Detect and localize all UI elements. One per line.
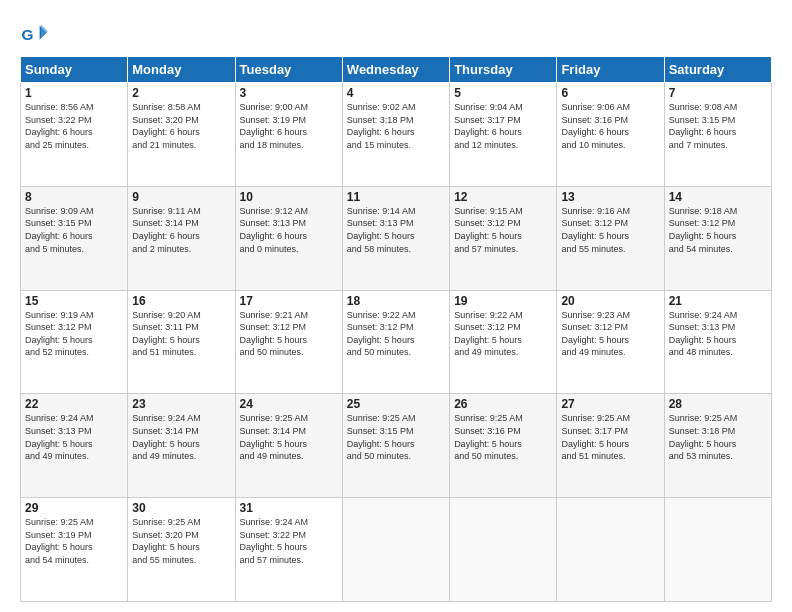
- day-number: 20: [561, 294, 659, 308]
- day-info: Sunrise: 9:25 AM Sunset: 3:14 PM Dayligh…: [240, 412, 338, 462]
- calendar-day-cell: 21Sunrise: 9:24 AM Sunset: 3:13 PM Dayli…: [664, 290, 771, 394]
- weekday-header: Friday: [557, 57, 664, 83]
- day-info: Sunrise: 9:24 AM Sunset: 3:13 PM Dayligh…: [25, 412, 123, 462]
- calendar-day-cell: 8Sunrise: 9:09 AM Sunset: 3:15 PM Daylig…: [21, 186, 128, 290]
- calendar-day-cell: 13Sunrise: 9:16 AM Sunset: 3:12 PM Dayli…: [557, 186, 664, 290]
- calendar-day-cell: 15Sunrise: 9:19 AM Sunset: 3:12 PM Dayli…: [21, 290, 128, 394]
- day-info: Sunrise: 9:20 AM Sunset: 3:11 PM Dayligh…: [132, 309, 230, 359]
- day-info: Sunrise: 9:25 AM Sunset: 3:15 PM Dayligh…: [347, 412, 445, 462]
- calendar-day-cell: [342, 498, 449, 602]
- day-number: 17: [240, 294, 338, 308]
- logo-icon: G: [20, 20, 48, 48]
- day-number: 16: [132, 294, 230, 308]
- calendar-day-cell: 6Sunrise: 9:06 AM Sunset: 3:16 PM Daylig…: [557, 83, 664, 187]
- day-info: Sunrise: 9:19 AM Sunset: 3:12 PM Dayligh…: [25, 309, 123, 359]
- day-info: Sunrise: 9:24 AM Sunset: 3:22 PM Dayligh…: [240, 516, 338, 566]
- weekday-header: Thursday: [450, 57, 557, 83]
- day-number: 18: [347, 294, 445, 308]
- calendar-day-cell: 24Sunrise: 9:25 AM Sunset: 3:14 PM Dayli…: [235, 394, 342, 498]
- calendar-day-cell: 29Sunrise: 9:25 AM Sunset: 3:19 PM Dayli…: [21, 498, 128, 602]
- day-info: Sunrise: 9:23 AM Sunset: 3:12 PM Dayligh…: [561, 309, 659, 359]
- day-number: 10: [240, 190, 338, 204]
- day-info: Sunrise: 9:24 AM Sunset: 3:14 PM Dayligh…: [132, 412, 230, 462]
- weekday-header: Tuesday: [235, 57, 342, 83]
- day-info: Sunrise: 9:06 AM Sunset: 3:16 PM Dayligh…: [561, 101, 659, 151]
- day-number: 13: [561, 190, 659, 204]
- day-info: Sunrise: 9:15 AM Sunset: 3:12 PM Dayligh…: [454, 205, 552, 255]
- calendar-week-row: 8Sunrise: 9:09 AM Sunset: 3:15 PM Daylig…: [21, 186, 772, 290]
- calendar-week-row: 1Sunrise: 8:56 AM Sunset: 3:22 PM Daylig…: [21, 83, 772, 187]
- day-number: 2: [132, 86, 230, 100]
- day-info: Sunrise: 9:12 AM Sunset: 3:13 PM Dayligh…: [240, 205, 338, 255]
- day-info: Sunrise: 9:25 AM Sunset: 3:19 PM Dayligh…: [25, 516, 123, 566]
- day-number: 23: [132, 397, 230, 411]
- day-info: Sunrise: 8:58 AM Sunset: 3:20 PM Dayligh…: [132, 101, 230, 151]
- day-info: Sunrise: 9:25 AM Sunset: 3:17 PM Dayligh…: [561, 412, 659, 462]
- day-info: Sunrise: 9:14 AM Sunset: 3:13 PM Dayligh…: [347, 205, 445, 255]
- calendar-day-cell: 17Sunrise: 9:21 AM Sunset: 3:12 PM Dayli…: [235, 290, 342, 394]
- day-number: 19: [454, 294, 552, 308]
- calendar-week-row: 22Sunrise: 9:24 AM Sunset: 3:13 PM Dayli…: [21, 394, 772, 498]
- calendar-day-cell: 18Sunrise: 9:22 AM Sunset: 3:12 PM Dayli…: [342, 290, 449, 394]
- day-info: Sunrise: 9:11 AM Sunset: 3:14 PM Dayligh…: [132, 205, 230, 255]
- weekday-header: Wednesday: [342, 57, 449, 83]
- calendar-day-cell: 5Sunrise: 9:04 AM Sunset: 3:17 PM Daylig…: [450, 83, 557, 187]
- calendar-day-cell: 30Sunrise: 9:25 AM Sunset: 3:20 PM Dayli…: [128, 498, 235, 602]
- calendar-day-cell: 4Sunrise: 9:02 AM Sunset: 3:18 PM Daylig…: [342, 83, 449, 187]
- day-number: 24: [240, 397, 338, 411]
- header: G: [20, 16, 772, 48]
- day-number: 29: [25, 501, 123, 515]
- day-info: Sunrise: 9:22 AM Sunset: 3:12 PM Dayligh…: [454, 309, 552, 359]
- calendar-day-cell: [557, 498, 664, 602]
- calendar-day-cell: 19Sunrise: 9:22 AM Sunset: 3:12 PM Dayli…: [450, 290, 557, 394]
- calendar-day-cell: 31Sunrise: 9:24 AM Sunset: 3:22 PM Dayli…: [235, 498, 342, 602]
- day-number: 28: [669, 397, 767, 411]
- calendar-day-cell: 7Sunrise: 9:08 AM Sunset: 3:15 PM Daylig…: [664, 83, 771, 187]
- calendar-day-cell: 2Sunrise: 8:58 AM Sunset: 3:20 PM Daylig…: [128, 83, 235, 187]
- day-info: Sunrise: 9:00 AM Sunset: 3:19 PM Dayligh…: [240, 101, 338, 151]
- day-number: 11: [347, 190, 445, 204]
- calendar-page: G SundayMondayTuesdayWednesdayThursdayFr…: [0, 0, 792, 612]
- calendar-day-cell: 11Sunrise: 9:14 AM Sunset: 3:13 PM Dayli…: [342, 186, 449, 290]
- day-info: Sunrise: 9:24 AM Sunset: 3:13 PM Dayligh…: [669, 309, 767, 359]
- day-number: 30: [132, 501, 230, 515]
- day-info: Sunrise: 9:04 AM Sunset: 3:17 PM Dayligh…: [454, 101, 552, 151]
- svg-marker-2: [41, 24, 48, 38]
- day-number: 12: [454, 190, 552, 204]
- calendar-day-cell: 12Sunrise: 9:15 AM Sunset: 3:12 PM Dayli…: [450, 186, 557, 290]
- calendar-day-cell: 16Sunrise: 9:20 AM Sunset: 3:11 PM Dayli…: [128, 290, 235, 394]
- calendar-day-cell: 25Sunrise: 9:25 AM Sunset: 3:15 PM Dayli…: [342, 394, 449, 498]
- calendar-header-row: SundayMondayTuesdayWednesdayThursdayFrid…: [21, 57, 772, 83]
- day-number: 7: [669, 86, 767, 100]
- calendar-day-cell: 14Sunrise: 9:18 AM Sunset: 3:12 PM Dayli…: [664, 186, 771, 290]
- day-info: Sunrise: 9:16 AM Sunset: 3:12 PM Dayligh…: [561, 205, 659, 255]
- calendar-week-row: 15Sunrise: 9:19 AM Sunset: 3:12 PM Dayli…: [21, 290, 772, 394]
- calendar-day-cell: 1Sunrise: 8:56 AM Sunset: 3:22 PM Daylig…: [21, 83, 128, 187]
- day-number: 15: [25, 294, 123, 308]
- calendar-day-cell: [664, 498, 771, 602]
- day-number: 9: [132, 190, 230, 204]
- calendar-day-cell: 28Sunrise: 9:25 AM Sunset: 3:18 PM Dayli…: [664, 394, 771, 498]
- calendar-day-cell: 10Sunrise: 9:12 AM Sunset: 3:13 PM Dayli…: [235, 186, 342, 290]
- calendar-day-cell: 9Sunrise: 9:11 AM Sunset: 3:14 PM Daylig…: [128, 186, 235, 290]
- day-info: Sunrise: 9:25 AM Sunset: 3:18 PM Dayligh…: [669, 412, 767, 462]
- calendar-day-cell: 27Sunrise: 9:25 AM Sunset: 3:17 PM Dayli…: [557, 394, 664, 498]
- day-number: 6: [561, 86, 659, 100]
- calendar-day-cell: [450, 498, 557, 602]
- day-number: 25: [347, 397, 445, 411]
- day-info: Sunrise: 9:18 AM Sunset: 3:12 PM Dayligh…: [669, 205, 767, 255]
- calendar-day-cell: 20Sunrise: 9:23 AM Sunset: 3:12 PM Dayli…: [557, 290, 664, 394]
- calendar-day-cell: 23Sunrise: 9:24 AM Sunset: 3:14 PM Dayli…: [128, 394, 235, 498]
- day-number: 21: [669, 294, 767, 308]
- day-number: 27: [561, 397, 659, 411]
- calendar-table: SundayMondayTuesdayWednesdayThursdayFrid…: [20, 56, 772, 602]
- day-number: 26: [454, 397, 552, 411]
- day-info: Sunrise: 8:56 AM Sunset: 3:22 PM Dayligh…: [25, 101, 123, 151]
- weekday-header: Saturday: [664, 57, 771, 83]
- logo: G: [20, 20, 52, 48]
- day-info: Sunrise: 9:25 AM Sunset: 3:20 PM Dayligh…: [132, 516, 230, 566]
- weekday-header: Sunday: [21, 57, 128, 83]
- day-info: Sunrise: 9:22 AM Sunset: 3:12 PM Dayligh…: [347, 309, 445, 359]
- day-info: Sunrise: 9:09 AM Sunset: 3:15 PM Dayligh…: [25, 205, 123, 255]
- day-number: 31: [240, 501, 338, 515]
